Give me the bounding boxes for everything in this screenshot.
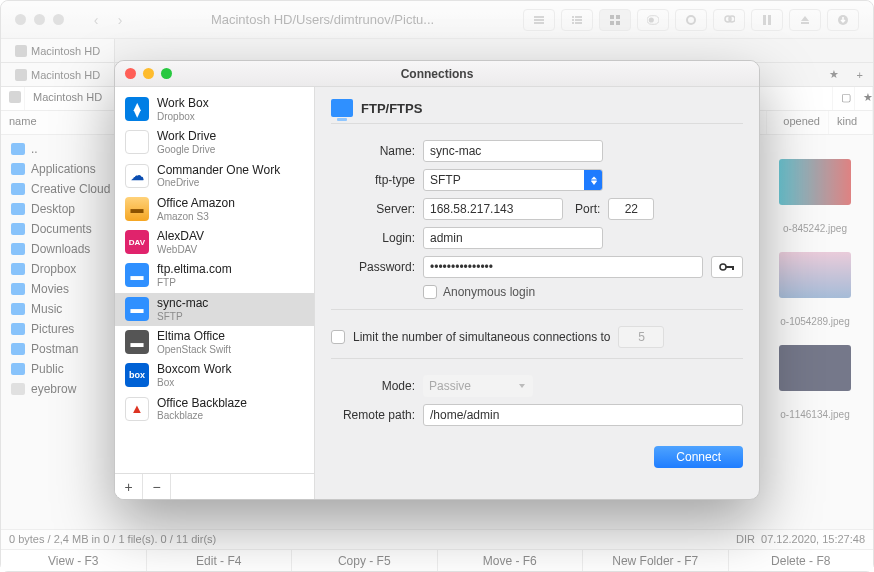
favorite-icon[interactable]: ★ <box>821 63 847 86</box>
svg-rect-19 <box>768 15 771 25</box>
backblaze-icon: ▲ <box>125 397 149 421</box>
download-icon[interactable] <box>827 9 859 31</box>
connection-item-gdrive[interactable]: ▲Work DriveGoogle Drive <box>115 126 314 159</box>
view-brief-icon[interactable] <box>523 9 555 31</box>
nav-arrows: ‹ › <box>86 10 130 30</box>
view-toolbar <box>523 9 859 31</box>
login-field[interactable] <box>423 227 603 249</box>
connect-button[interactable]: Connect <box>654 446 743 468</box>
toggle-hidden-icon[interactable] <box>637 9 669 31</box>
svg-rect-4 <box>575 16 582 18</box>
search-icon[interactable] <box>713 9 745 31</box>
server-field[interactable] <box>423 198 563 220</box>
remote-path-field[interactable] <box>423 404 743 426</box>
svg-rect-12 <box>616 21 620 25</box>
col-kind[interactable]: kind <box>829 111 873 134</box>
left-tab-2[interactable]: Macintosh HD <box>1 63 115 86</box>
file-thumbnail[interactable] <box>779 252 851 298</box>
password-field[interactable] <box>423 256 703 278</box>
view-thumb-icon[interactable] <box>599 9 631 31</box>
back-icon[interactable]: ‹ <box>86 10 106 30</box>
fn-edit[interactable]: Edit - F4 <box>147 550 293 571</box>
connection-item-webdav[interactable]: DAVAlexDAVWebDAV <box>115 226 314 259</box>
connection-list-panel: ⧫Work BoxDropbox ▲Work DriveGoogle Drive… <box>115 87 315 499</box>
connection-item-sftp[interactable]: ▬sync-macSFTP <box>115 293 314 326</box>
mode-select[interactable]: Passive <box>423 375 533 397</box>
svg-rect-10 <box>616 15 620 19</box>
disk-icon <box>15 45 27 57</box>
fn-move[interactable]: Move - F6 <box>438 550 584 571</box>
folder-icon <box>11 303 25 315</box>
fn-view[interactable]: View - F3 <box>1 550 147 571</box>
titlebar: ‹ › Macintosh HD/Users/dimtrunov/Pictu..… <box>1 1 873 39</box>
forward-icon[interactable]: › <box>110 10 130 30</box>
remove-connection-button[interactable]: − <box>143 474 171 500</box>
add-connection-button[interactable]: + <box>115 474 143 500</box>
eject-icon[interactable] <box>789 9 821 31</box>
zoom-window-icon[interactable] <box>53 14 64 25</box>
svg-point-22 <box>720 264 726 270</box>
ftp-type-select[interactable]: SFTP <box>423 169 603 191</box>
connection-item-onedrive[interactable]: ☁Commander One WorkOneDrive <box>115 160 314 193</box>
col-star[interactable]: ★ <box>855 87 873 110</box>
ftp-icon <box>331 99 353 117</box>
connection-item-backblaze[interactable]: ▲Office BackblazeBackblaze <box>115 393 314 426</box>
dropbox-icon: ⧫ <box>125 97 149 121</box>
ftp-type-label: ftp-type <box>331 173 415 187</box>
connection-item-s3[interactable]: ▬Office AmazonAmazon S3 <box>115 193 314 226</box>
status-left: 0 bytes / 2,4 MB in 0 / 1 file(s). 0 / 1… <box>1 530 728 549</box>
name-field[interactable] <box>423 140 603 162</box>
form-title: FTP/FTPS <box>361 101 422 116</box>
fn-delete[interactable]: Delete - F8 <box>729 550 874 571</box>
svg-rect-3 <box>572 16 574 18</box>
view-list-icon[interactable] <box>561 9 593 31</box>
svg-rect-11 <box>610 21 614 25</box>
dialog-minimize-icon[interactable] <box>143 68 154 79</box>
fn-copy[interactable]: Copy - F5 <box>292 550 438 571</box>
login-label: Login: <box>331 231 415 245</box>
folder-icon <box>11 163 25 175</box>
col-check[interactable]: ▢ <box>833 87 855 110</box>
panels-icon[interactable] <box>751 9 783 31</box>
connection-item-box[interactable]: boxBoxcom WorkBox <box>115 359 314 392</box>
openstack-icon: ▬ <box>125 330 149 354</box>
svg-rect-9 <box>610 15 614 19</box>
folder-icon <box>11 263 25 275</box>
remote-path-label: Remote path: <box>331 408 415 422</box>
password-key-button[interactable] <box>711 256 743 278</box>
file-name: o-845242.jpeg <box>765 223 865 234</box>
left-tab[interactable]: Macintosh HD <box>1 39 115 62</box>
fn-newfolder[interactable]: New Folder - F7 <box>583 550 729 571</box>
file-thumbnail[interactable] <box>779 345 851 391</box>
status-right: DIR 07.12.2020, 15:27:48 <box>728 530 873 549</box>
close-window-icon[interactable] <box>15 14 26 25</box>
connections-dialog: Connections ⧫Work BoxDropbox ▲Work Drive… <box>114 60 760 500</box>
svg-rect-24 <box>732 266 734 270</box>
svg-rect-18 <box>763 15 766 25</box>
svg-rect-6 <box>575 19 582 21</box>
server-label: Server: <box>331 202 415 216</box>
port-field[interactable] <box>608 198 654 220</box>
limit-checkbox[interactable] <box>331 330 345 344</box>
dialog-close-icon[interactable] <box>125 68 136 79</box>
folder-icon <box>11 223 25 235</box>
connection-item-swift[interactable]: ▬Eltima OfficeOpenStack Swift <box>115 326 314 359</box>
connection-item-ftp[interactable]: ▬ftp.eltima.comFTP <box>115 259 314 292</box>
svg-rect-5 <box>572 19 574 21</box>
connection-item-dropbox[interactable]: ⧫Work BoxDropbox <box>115 93 314 126</box>
limit-field[interactable] <box>618 326 664 348</box>
svg-rect-0 <box>534 16 544 18</box>
dialog-zoom-icon[interactable] <box>161 68 172 79</box>
folder-icon <box>11 243 25 255</box>
add-tab-button[interactable]: + <box>847 63 873 86</box>
connection-list[interactable]: ⧫Work BoxDropbox ▲Work DriveGoogle Drive… <box>115 87 314 473</box>
minimize-window-icon[interactable] <box>34 14 45 25</box>
google-drive-icon: ▲ <box>125 130 149 154</box>
anonymous-checkbox[interactable] <box>423 285 437 299</box>
dialog-title: Connections <box>401 67 474 81</box>
file-thumbnail[interactable] <box>779 159 851 205</box>
svg-point-15 <box>687 16 695 24</box>
settings-icon[interactable] <box>675 9 707 31</box>
col-opened[interactable]: opened <box>767 111 829 134</box>
form-header: FTP/FTPS <box>331 97 743 124</box>
